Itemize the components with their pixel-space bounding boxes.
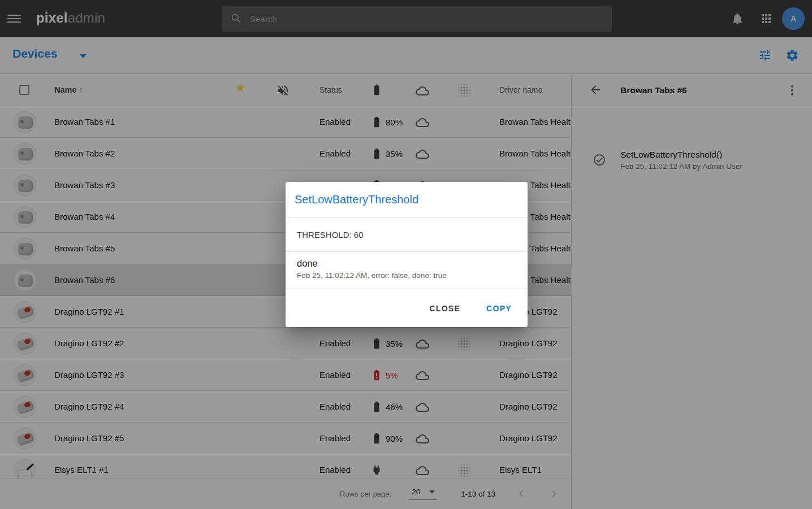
dialog-parameter: THRESHOLD: 60 bbox=[286, 217, 528, 252]
dialog-actions: CLOSE COPY bbox=[286, 289, 528, 327]
dialog-title: SetLowBatteryThreshold bbox=[295, 193, 418, 206]
close-button[interactable]: CLOSE bbox=[429, 304, 460, 313]
result-status: done bbox=[297, 258, 516, 269]
dialog-result: done Feb 25, 11:02:12 AM, error: false, … bbox=[286, 252, 528, 289]
dialog-header: SetLowBatteryThreshold bbox=[286, 182, 528, 217]
copy-button[interactable]: COPY bbox=[486, 304, 512, 313]
command-result-dialog: SetLowBatteryThreshold THRESHOLD: 60 don… bbox=[286, 182, 528, 327]
result-details: Feb 25, 11:02:12 AM, error: false, done:… bbox=[297, 271, 516, 280]
